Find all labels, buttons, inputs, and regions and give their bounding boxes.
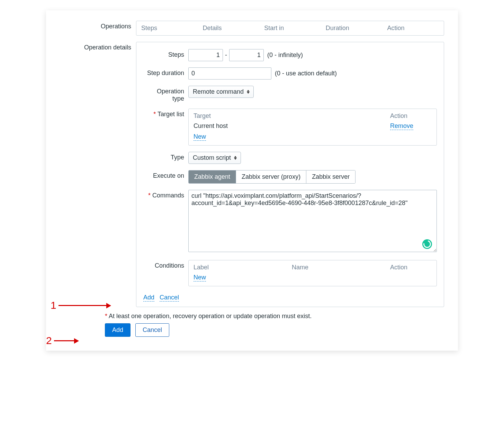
ops-col-action: Action — [382, 21, 444, 35]
steps-dash: - — [225, 52, 227, 59]
cond-head-action: Action — [390, 264, 432, 271]
operations-label: Operations — [67, 21, 136, 30]
required-asterisk: * — [153, 111, 156, 118]
operation-details-label: Operation details — [67, 42, 136, 51]
annotation-1: 1 — [51, 299, 110, 311]
chevron-updown-icon — [246, 90, 250, 94]
execute-on-option-server[interactable]: Zabbix server — [306, 170, 355, 183]
step-duration-hint: (0 - use action default) — [275, 70, 337, 77]
steps-from-input[interactable] — [188, 49, 223, 61]
commands-textarea[interactable] — [188, 190, 437, 252]
target-head-target: Target — [194, 112, 390, 120]
target-list-label: Target list — [158, 111, 184, 118]
step-duration-input[interactable] — [188, 67, 271, 80]
details-add-link[interactable]: Add — [143, 294, 154, 302]
commands-label: Commands — [152, 192, 184, 199]
operation-type-label: Operation type — [143, 86, 188, 102]
chevron-updown-icon — [234, 156, 237, 160]
required-note: *At least one operation, recovery operat… — [105, 313, 444, 320]
conditions-label: Conditions — [143, 260, 188, 269]
type-select[interactable]: Custom script — [188, 152, 241, 164]
target-list-box: Target Action Current host Remove New — [188, 109, 437, 146]
arrow-icon — [58, 305, 110, 306]
arrow-icon — [54, 340, 78, 341]
target-new-link[interactable]: New — [194, 133, 206, 141]
add-button[interactable]: Add — [105, 323, 130, 337]
operation-type-select[interactable]: Remote command — [188, 86, 254, 98]
steps-label: Steps — [143, 49, 188, 58]
cond-head-label: Label — [194, 264, 292, 271]
target-remove-link[interactable]: Remove — [390, 122, 413, 130]
operations-table: Steps Details Start in Duration Action — [136, 21, 444, 36]
ops-col-startin: Start in — [259, 21, 321, 35]
ops-col-details: Details — [198, 21, 260, 35]
ops-col-duration: Duration — [321, 21, 382, 35]
operation-type-value: Remote command — [193, 88, 244, 95]
execute-on-option-agent[interactable]: Zabbix agent — [189, 170, 236, 183]
cancel-button[interactable]: Cancel — [135, 323, 169, 337]
execute-on-label: Execute on — [143, 170, 188, 179]
execute-on-segment: Zabbix agent Zabbix server (proxy) Zabbi… — [188, 170, 356, 184]
execute-on-option-proxy[interactable]: Zabbix server (proxy) — [236, 170, 306, 183]
conditions-new-link[interactable]: New — [194, 274, 206, 281]
conditions-box: Label Name Action New — [188, 260, 437, 286]
required-asterisk: * — [148, 192, 151, 199]
target-row-target: Current host — [194, 122, 390, 130]
operation-details-box: Steps - (0 - infinitely) Step duration (… — [136, 42, 444, 307]
details-cancel-link[interactable]: Cancel — [160, 294, 179, 302]
type-label: Type — [143, 152, 188, 161]
steps-hint: (0 - infinitely) — [267, 52, 303, 59]
annotation-2: 2 — [46, 335, 78, 346]
step-duration-label: Step duration — [143, 67, 188, 77]
type-value: Custom script — [193, 154, 231, 161]
steps-to-input[interactable] — [229, 49, 264, 61]
ops-col-steps: Steps — [136, 21, 198, 35]
target-head-action: Action — [390, 112, 432, 120]
cond-head-name: Name — [292, 264, 390, 271]
